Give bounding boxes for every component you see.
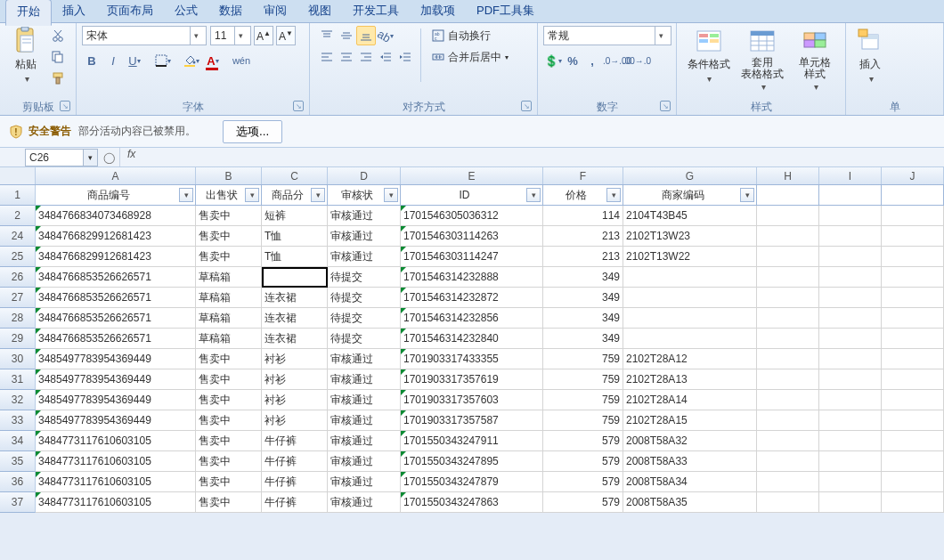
font-size-combo[interactable]: 11 ▾ (210, 26, 251, 45)
align-left-button[interactable] (317, 47, 337, 67)
column-header-C[interactable]: C (262, 167, 328, 184)
cell[interactable] (819, 247, 882, 267)
column-header-E[interactable]: E (401, 167, 543, 184)
cell[interactable]: 售卖中 (196, 451, 262, 472)
header-cell[interactable]: 价格▾ (543, 185, 623, 206)
header-cell[interactable] (757, 185, 819, 206)
wrap-text-button[interactable]: abc 自动换行 (428, 25, 509, 46)
formula-input[interactable]: fx (119, 148, 944, 166)
dialog-launcher[interactable]: ↘ (60, 101, 70, 111)
cell[interactable] (819, 349, 882, 369)
cell[interactable]: 2008T58A32 (623, 431, 757, 451)
merge-center-button[interactable]: 合并后居中 ▾ (428, 46, 509, 68)
filter-button[interactable]: ▾ (606, 188, 621, 202)
cell[interactable]: 3485497783954369449 (36, 390, 196, 410)
cell-styles-button[interactable]: 单元格 样式 (791, 25, 840, 93)
phonetic-button[interactable]: wén (232, 51, 251, 70)
header-cell[interactable]: 商品编号▾ (36, 185, 196, 206)
row-header[interactable]: 27 (0, 288, 36, 308)
cell[interactable]: 3484766853526626571 (36, 267, 196, 288)
tab-开始[interactable]: 开始 (5, 0, 52, 26)
grow-font-button[interactable]: A▲ (254, 26, 273, 45)
cell[interactable]: 审核通过 (328, 247, 401, 267)
align-middle-button[interactable] (337, 26, 356, 45)
tab-插入[interactable]: 插入 (52, 0, 96, 24)
column-header-A[interactable]: A (36, 167, 196, 184)
bold-button[interactable]: B (82, 51, 102, 70)
cell[interactable]: 审核通过 (328, 226, 401, 247)
tab-数据[interactable]: 数据 (208, 0, 253, 24)
cell[interactable] (819, 369, 882, 390)
cell[interactable] (819, 472, 882, 492)
comma-button[interactable]: , (582, 51, 602, 70)
cell[interactable]: 待提交 (328, 288, 401, 308)
row-header[interactable]: 24 (0, 226, 36, 247)
cell[interactable] (882, 492, 944, 513)
cell[interactable] (757, 349, 819, 369)
cell[interactable]: 售卖中 (196, 226, 262, 247)
cell[interactable]: 牛仔裤 (262, 431, 328, 451)
cell[interactable]: 草稿箱 (196, 329, 262, 349)
cell[interactable]: 2008T58A33 (623, 451, 757, 472)
name-box[interactable]: C26 ▾ (0, 148, 98, 166)
cell[interactable] (623, 288, 757, 308)
cell[interactable]: 待提交 (328, 308, 401, 329)
cell[interactable] (819, 431, 882, 451)
cell[interactable]: 1701550343247911 (401, 431, 543, 451)
dialog-launcher[interactable]: ↘ (521, 101, 532, 111)
spreadsheet-grid[interactable]: ABCDEFGHIJ 1商品编号▾出售状▾商品分▾审核状▾ID▾价格▾商家编码▾… (0, 167, 944, 513)
orientation-button[interactable]: ab▾ (376, 26, 395, 45)
cell[interactable]: 1701546303114263 (401, 226, 543, 247)
cell[interactable]: 3484766829912681423 (36, 247, 196, 267)
cell[interactable] (819, 288, 882, 308)
row-header[interactable]: 25 (0, 247, 36, 267)
align-bottom-button[interactable] (356, 26, 376, 45)
column-header-G[interactable]: G (623, 167, 757, 184)
header-cell[interactable] (882, 185, 944, 206)
cell[interactable]: 579 (543, 431, 623, 451)
tab-审阅[interactable]: 审阅 (253, 0, 297, 24)
insert-cells-button[interactable]: 插入 (851, 25, 889, 85)
cell[interactable]: 349 (543, 329, 623, 349)
cell[interactable] (819, 226, 882, 247)
cell[interactable]: 审核通过 (328, 349, 401, 369)
dialog-launcher[interactable]: ↘ (660, 101, 671, 111)
cell[interactable] (882, 369, 944, 390)
cell[interactable]: 3484766853526626571 (36, 288, 196, 308)
cell[interactable]: 579 (543, 492, 623, 513)
filter-button[interactable]: ▾ (245, 188, 259, 202)
cut-button[interactable] (48, 26, 68, 45)
column-header-I[interactable]: I (819, 167, 882, 184)
tab-视图[interactable]: 视图 (297, 0, 342, 24)
cell[interactable]: 1701550343247879 (401, 472, 543, 492)
cell[interactable]: 连衣裙 (262, 308, 328, 329)
cell[interactable] (882, 431, 944, 451)
cell[interactable]: 3485497783954369449 (36, 410, 196, 431)
cell[interactable]: 连衣裙 (262, 288, 328, 308)
cell[interactable]: 1701550343247863 (401, 492, 543, 513)
cell[interactable]: 2102T28A14 (623, 390, 757, 410)
cell[interactable]: 牛仔裤 (262, 472, 328, 492)
cell[interactable] (882, 308, 944, 329)
cell[interactable] (623, 308, 757, 329)
cell[interactable]: 2008T58A34 (623, 472, 757, 492)
cell[interactable] (882, 451, 944, 472)
currency-button[interactable]: 💲▾ (543, 51, 563, 70)
decrease-decimal-button[interactable]: .00→.0 (627, 51, 647, 70)
row-header[interactable]: 30 (0, 349, 36, 369)
cell[interactable]: 579 (543, 472, 623, 492)
cell[interactable] (757, 431, 819, 451)
cell[interactable]: 1701546314232888 (401, 267, 543, 288)
cell[interactable]: 759 (543, 390, 623, 410)
filter-button[interactable]: ▾ (526, 188, 541, 202)
cell[interactable] (757, 329, 819, 349)
filter-button[interactable]: ▾ (740, 188, 754, 202)
cell[interactable]: 审核通过 (328, 451, 401, 472)
cell[interactable] (757, 472, 819, 492)
cell[interactable]: 349 (543, 288, 623, 308)
cell[interactable] (882, 267, 944, 288)
cell[interactable] (757, 267, 819, 288)
cell[interactable]: 衬衫 (262, 349, 328, 369)
cell[interactable]: 售卖中 (196, 247, 262, 267)
row-header[interactable]: 35 (0, 451, 36, 472)
